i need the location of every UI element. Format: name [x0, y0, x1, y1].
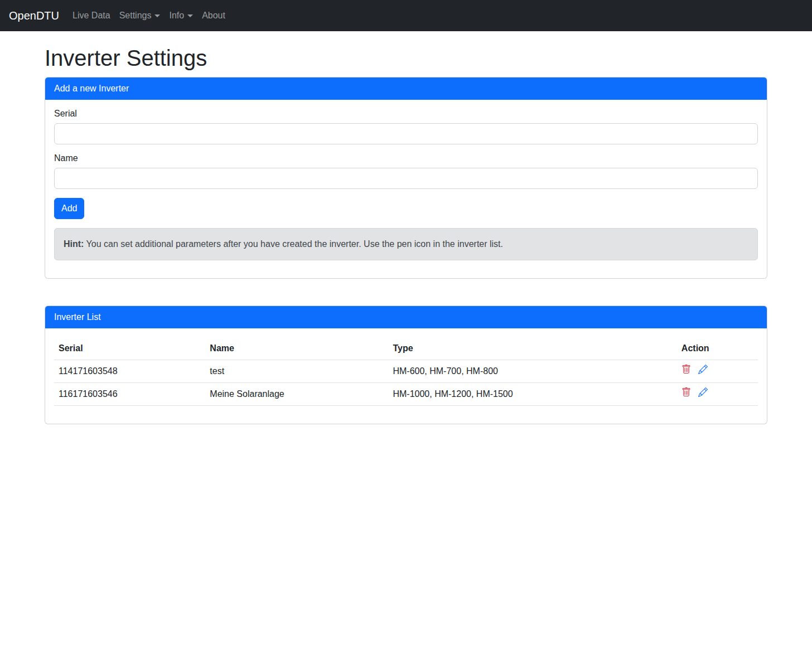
chevron-down-icon: [154, 14, 160, 17]
add-inverter-card: Add a new Inverter Serial Name Add Hint:…: [45, 77, 767, 279]
column-header-serial: Serial: [54, 337, 205, 360]
pencil-icon: [698, 365, 708, 374]
cell-action: [677, 383, 758, 406]
cell-serial: 116171603546: [54, 383, 205, 406]
nav-item-live-data[interactable]: Live Data: [68, 6, 115, 25]
nav-item-about[interactable]: About: [197, 6, 230, 25]
serial-input[interactable]: [54, 123, 758, 144]
table-row: 114171603548 test HM-600, HM-700, HM-800: [54, 360, 758, 383]
cell-action: [677, 360, 758, 383]
trash-icon: [682, 365, 691, 374]
main-content: Inverter Settings Add a new Inverter Ser…: [38, 45, 774, 424]
name-input[interactable]: [54, 168, 758, 189]
cell-name: Meine Solaranlage: [205, 383, 388, 406]
table-row: 116171603546 Meine Solaranlage HM-1000, …: [54, 383, 758, 406]
cell-name: test: [205, 360, 388, 383]
navbar-brand[interactable]: OpenDTU: [9, 9, 59, 22]
table-header-row: Serial Name Type Action: [54, 337, 758, 360]
edit-inverter-button[interactable]: [698, 387, 708, 397]
trash-icon: [682, 387, 691, 397]
column-header-name: Name: [205, 337, 388, 360]
hint-alert: Hint: You can set additional parameters …: [54, 228, 758, 260]
page-title: Inverter Settings: [45, 45, 767, 71]
nav-item-about-label: About: [202, 11, 225, 20]
nav-item-live-data-label: Live Data: [72, 11, 110, 20]
inverter-table: Serial Name Type Action 114171603548 tes…: [54, 337, 758, 406]
add-inverter-card-body: Serial Name Add Hint: You can set additi…: [45, 100, 767, 278]
navbar: OpenDTU Live Data Settings Info About: [0, 0, 812, 31]
column-header-action: Action: [677, 337, 758, 360]
nav-item-info[interactable]: Info: [165, 6, 197, 25]
column-header-type: Type: [388, 337, 676, 360]
inverter-list-card-header: Inverter List: [45, 306, 767, 328]
nav-item-settings-label: Settings: [119, 11, 152, 20]
inverter-list-card: Inverter List Serial Name Type Action 11…: [45, 306, 767, 424]
nav-item-info-label: Info: [169, 11, 184, 20]
add-inverter-card-header: Add a new Inverter: [45, 77, 767, 100]
chevron-down-icon: [187, 14, 193, 17]
cell-serial: 114171603548: [54, 360, 205, 383]
hint-alert-label: Hint:: [64, 239, 84, 249]
add-button[interactable]: Add: [54, 198, 84, 219]
delete-inverter-button[interactable]: [682, 387, 691, 397]
edit-inverter-button[interactable]: [698, 365, 708, 374]
pencil-icon: [698, 387, 708, 397]
serial-label: Serial: [54, 109, 758, 119]
name-label: Name: [54, 153, 758, 163]
delete-inverter-button[interactable]: [682, 365, 691, 374]
cell-type: HM-600, HM-700, HM-800: [388, 360, 676, 383]
nav-links: Live Data Settings Info About: [68, 6, 230, 25]
hint-alert-text: You can set additional parameters after …: [84, 239, 503, 249]
cell-type: HM-1000, HM-1200, HM-1500: [388, 383, 676, 406]
nav-item-settings[interactable]: Settings: [115, 6, 165, 25]
inverter-list-card-body: Serial Name Type Action 114171603548 tes…: [45, 328, 767, 424]
